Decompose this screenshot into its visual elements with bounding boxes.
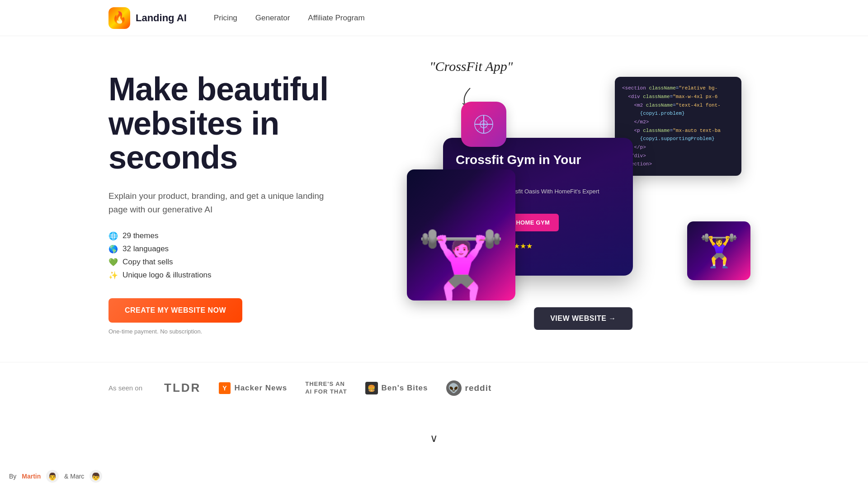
- app-icon: [461, 102, 506, 147]
- bites-icon: 🍔: [365, 382, 378, 394]
- feature-1: 🌐 29 themes: [108, 231, 380, 241]
- footer-author1: Martin: [22, 473, 41, 480]
- feature-4-icon: ✨: [108, 271, 118, 280]
- hero-subtitle: Explain your product, branding, and get …: [108, 189, 326, 217]
- press-section: As seen on TLDR Y Hacker News THERE'S AN…: [0, 362, 868, 423]
- author2-avatar: 👦: [90, 470, 102, 483]
- hn-icon: Y: [219, 382, 231, 394]
- reddit-icon: 👽: [446, 380, 462, 396]
- footer-connector: & Marc: [64, 473, 84, 480]
- press-tldr: TLDR: [164, 381, 201, 395]
- press-reddit: 👽 reddit: [446, 380, 492, 396]
- hero-left: Make beautiful websites in seconds Expla…: [108, 72, 380, 335]
- cta-button[interactable]: CREATE MY WEBSITE NOW: [108, 298, 242, 323]
- scroll-down[interactable]: ∨: [0, 423, 868, 454]
- view-website-button[interactable]: VIEW WEBSITE →: [534, 307, 632, 330]
- feature-3-text: Copy that sells: [123, 258, 173, 267]
- feature-3-icon: 💚: [108, 258, 118, 267]
- nav-pricing[interactable]: Pricing: [214, 14, 237, 22]
- press-bensbites: 🍔 Ben's Bites: [365, 382, 428, 394]
- navigation: 🔥 Landing AI Pricing Generator Affiliate…: [0, 0, 868, 36]
- as-seen-label: As seen on: [108, 384, 142, 392]
- feature-2-icon: 🌎: [108, 244, 118, 254]
- nav-affiliate[interactable]: Affiliate Program: [308, 14, 364, 22]
- cta-note: One-time payment. No subscription.: [108, 328, 380, 335]
- press-hackernews: Y Hacker News: [219, 382, 287, 394]
- feature-2-text: 32 languages: [123, 244, 169, 253]
- hero-right: CrossFit App <section className="relativ…: [407, 59, 760, 330]
- nav-generator[interactable]: Generator: [255, 14, 290, 22]
- footer-prefix: By: [9, 473, 16, 480]
- features-list: 🌐 29 themes 🌎 32 languages 💚 Copy that s…: [108, 231, 380, 280]
- dumbbell-icon: [470, 111, 497, 138]
- demo-label: CrossFit App: [429, 59, 513, 74]
- gym-image: 🏋️‍♀️: [687, 221, 750, 280]
- feature-2: 🌎 32 languages: [108, 244, 380, 254]
- logo-icon: 🔥: [108, 7, 130, 29]
- nav-links: Pricing Generator Affiliate Program: [214, 14, 365, 23]
- feature-1-text: 29 themes: [123, 231, 158, 240]
- gym-icon: 🏋️‍♀️: [699, 232, 739, 269]
- fitness-image: 🏋️: [407, 169, 515, 300]
- feature-4: ✨ Unique logo & illustrations: [108, 271, 380, 280]
- code-snippet: <section className="relative bg- <div cl…: [615, 77, 741, 176]
- author1-avatar: 👨: [46, 470, 59, 483]
- fitness-person-icon: 🏋️: [416, 233, 506, 300]
- press-logos: TLDR Y Hacker News THERE'S ANAI FOR THAT…: [164, 380, 491, 396]
- logo-area[interactable]: 🔥 Landing AI: [108, 7, 187, 29]
- feature-4-text: Unique logo & illustrations: [123, 271, 212, 280]
- feature-1-icon: 🌐: [108, 231, 118, 241]
- press-thereisanai: THERE'S ANAI FOR THAT: [305, 380, 347, 396]
- footer-attribution: By Martin 👨 & Marc 👦: [0, 465, 111, 488]
- logo-text: Landing AI: [136, 12, 187, 24]
- view-btn-container: VIEW WEBSITE →: [534, 307, 632, 330]
- main-container: Make beautiful websites in seconds Expla…: [0, 36, 868, 362]
- hero-title: Make beautiful websites in seconds: [108, 72, 380, 175]
- feature-3: 💚 Copy that sells: [108, 258, 380, 267]
